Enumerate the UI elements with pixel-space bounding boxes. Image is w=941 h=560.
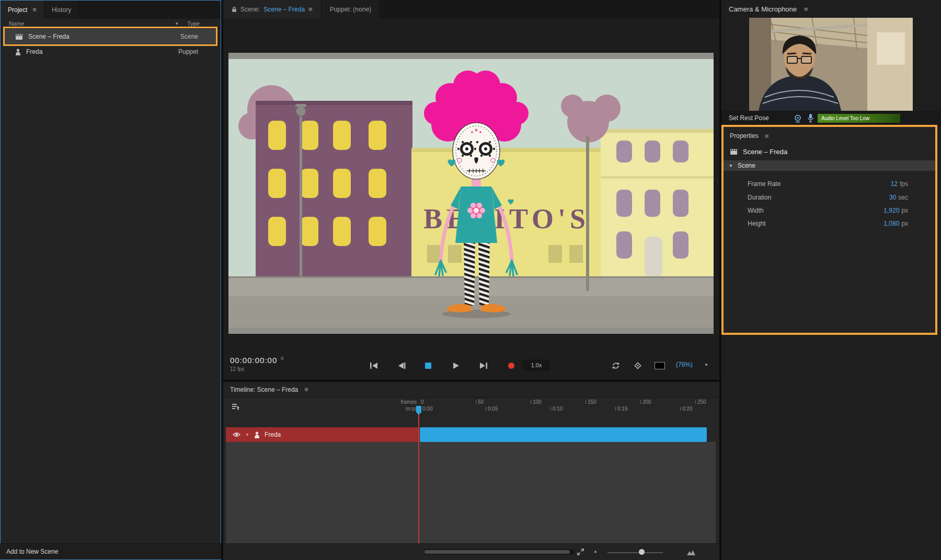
next-frame-button[interactable]: [476, 360, 491, 371]
property-value[interactable]: 1,080px: [883, 220, 908, 227]
timecode-display[interactable]: 00:00:00:000: [230, 356, 283, 365]
zoom-level-button[interactable]: (76%): [676, 361, 693, 368]
record-button[interactable]: [503, 360, 519, 371]
ruler-frame-tick: 0: [421, 399, 424, 405]
ruler-frame-tick: 50: [476, 399, 484, 405]
ruler-frame-tick: 250: [695, 399, 706, 405]
project-column-header[interactable]: Name ▼ Type: [1, 19, 221, 29]
building-yellow-right: [601, 129, 714, 279]
playhead-handle[interactable]: [416, 406, 421, 412]
tab-scene[interactable]: Scene: Scene – Freda ≡: [223, 0, 322, 18]
section-title: Scene: [738, 162, 755, 169]
webcam-feed: [749, 18, 913, 111]
ruler-frame-tick: 200: [640, 399, 651, 405]
snapping-icon: [634, 361, 642, 370]
playhead-line: [418, 413, 419, 543]
timeline-zoom-slider[interactable]: [607, 552, 663, 553]
timeline-body: frames m:ss 0 50 100 150 200 250 0:00 0:…: [223, 398, 719, 543]
tab-puppet[interactable]: Puppet: (none): [322, 0, 380, 18]
ruler-frames-label: frames: [375, 399, 417, 405]
project-row-scene-freda[interactable]: Scene – Freda Scene: [5, 29, 216, 44]
timeline-zoom-knob[interactable]: [639, 549, 645, 555]
panel-menu-icon[interactable]: ≡: [308, 6, 313, 13]
ruler-time-tick: 0:20: [680, 406, 692, 412]
puppet-icon: [15, 49, 21, 55]
project-row-freda[interactable]: Freda Puppet: [5, 45, 216, 59]
property-value[interactable]: 30sec: [889, 194, 908, 201]
scene-icon: [730, 148, 738, 155]
scene-canvas[interactable]: BENITO'S: [228, 53, 714, 334]
property-label: Width: [748, 207, 764, 214]
project-row-type: Puppet: [178, 48, 198, 55]
timecode-value: 00:00:00:00: [230, 356, 277, 365]
panel-menu-icon[interactable]: ≡: [804, 6, 808, 13]
zoom-to-fit-icon: [577, 548, 584, 556]
go-to-start-icon: [370, 362, 378, 369]
transport-bar: 00:00:00:000 12 fps 1.0x: [223, 346, 719, 380]
panel-menu-icon[interactable]: ≡: [765, 133, 769, 139]
tab-history[interactable]: History: [44, 1, 79, 19]
zoom-out-caret-icon[interactable]: ▲: [593, 549, 598, 554]
play-button[interactable]: [448, 360, 464, 371]
track-bar-freda[interactable]: [420, 427, 707, 442]
scene-panel: Scene: Scene – Freda ≡ Puppet: (none): [223, 0, 719, 560]
property-row-height: Height 1,080px: [724, 219, 935, 229]
track-header-freda[interactable]: ▼ Freda: [226, 427, 419, 442]
scrollbar-thumb[interactable]: [424, 550, 570, 554]
properties-title: Properties: [730, 132, 759, 139]
lock-icon: [232, 6, 237, 13]
set-rest-pose-button[interactable]: Set Rest Pose: [729, 114, 769, 122]
properties-panel: Properties ≡ Scene – Freda ▼ Scene Frame…: [721, 125, 937, 335]
playback-speed-button[interactable]: 1.0x: [523, 359, 550, 371]
snapping-toggle-button[interactable]: [630, 360, 646, 371]
zoom-dropdown-caret-icon[interactable]: ▼: [704, 363, 708, 367]
project-row-type: Scene: [180, 33, 198, 40]
add-to-new-scene-button[interactable]: Add to New Scene: [6, 548, 58, 555]
property-value[interactable]: 1,920px: [883, 207, 908, 214]
properties-header: Properties ≡: [730, 132, 768, 139]
next-frame-icon: [479, 362, 488, 369]
camera-toggle-button[interactable]: [794, 114, 802, 125]
panel-menu-icon[interactable]: ≡: [32, 6, 37, 13]
track-options-icon: [232, 403, 240, 411]
puppet-icon: [254, 431, 260, 438]
panel-menu-icon[interactable]: ≡: [304, 386, 308, 393]
tab-scene-title: Scene – Freda: [263, 6, 305, 13]
property-value[interactable]: 12fps: [891, 180, 908, 188]
track-name: Freda: [265, 431, 281, 438]
project-row-name: Freda: [26, 48, 42, 55]
ruler-mss-label: m:ss: [375, 406, 417, 412]
track-options-button[interactable]: [232, 403, 240, 413]
loop-toggle-button[interactable]: [608, 360, 624, 371]
section-collapse-caret-icon[interactable]: ▼: [729, 164, 733, 168]
stop-icon: [425, 363, 431, 369]
webcam-image: [749, 18, 913, 111]
timeline-track-area[interactable]: [226, 442, 716, 543]
camera-icon: [794, 114, 802, 123]
eye-icon[interactable]: [233, 432, 240, 437]
camera-panel-header: Camera & Microphone ≡: [721, 0, 941, 18]
tab-project[interactable]: Project ≡: [1, 1, 44, 19]
previous-frame-button[interactable]: [394, 360, 409, 371]
timeline-horizontal-scrollbar[interactable]: [423, 549, 575, 555]
scene-icon: [15, 33, 23, 40]
go-to-start-button[interactable]: [366, 360, 382, 371]
ruler-time-tick: 0:05: [486, 406, 498, 412]
property-label: Height: [748, 220, 766, 227]
letterbox-icon: [655, 362, 665, 369]
scene-section-header[interactable]: ▼ Scene: [724, 160, 935, 171]
microphone-toggle-button[interactable]: [807, 113, 814, 125]
timeline-title: Timeline: Scene – Freda: [230, 386, 298, 393]
microphone-icon: [807, 113, 814, 123]
frame-counter: 0: [281, 356, 283, 361]
letterbox-toggle-button[interactable]: [652, 360, 668, 371]
tab-history-label: History: [52, 6, 71, 14]
project-panel: Project ≡ History Name ▼ Type Scene – Fr…: [0, 0, 221, 560]
sort-caret-icon[interactable]: ▼: [175, 21, 179, 26]
zoom-to-fit-button[interactable]: [577, 548, 584, 558]
track-expand-caret-icon[interactable]: ▼: [245, 433, 249, 437]
stage-bottom-band: [228, 328, 714, 334]
property-label: Duration: [748, 194, 771, 201]
stop-button[interactable]: [420, 360, 436, 371]
stage-top-band: [228, 53, 714, 59]
